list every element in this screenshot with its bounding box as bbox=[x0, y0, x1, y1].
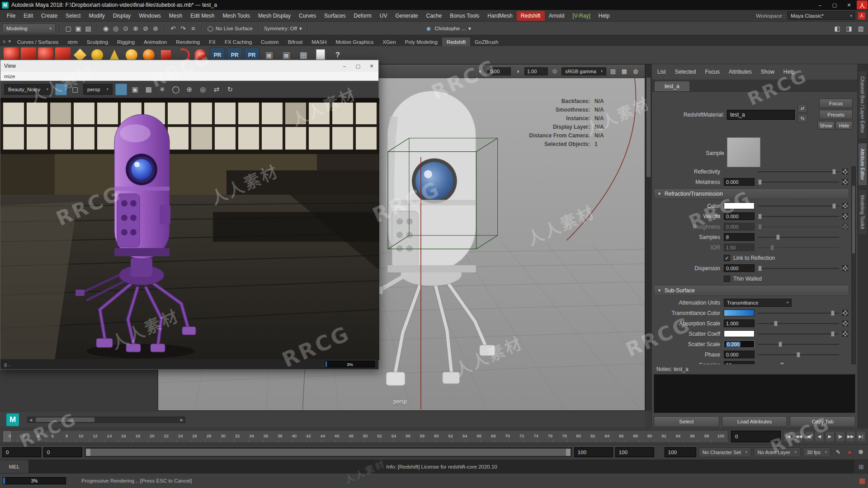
sidebar-tab[interactable]: Attribute Editor bbox=[858, 143, 867, 186]
slider[interactable] bbox=[758, 213, 839, 220]
texture-map-button[interactable] bbox=[842, 179, 848, 185]
snap-icon[interactable]: ⊙ bbox=[121, 23, 131, 33]
texture-map-button[interactable] bbox=[842, 213, 848, 219]
ae-menu-item[interactable]: Help bbox=[783, 69, 795, 75]
menu-item[interactable]: Deform bbox=[349, 11, 375, 21]
command-output[interactable]: Info: [Redshift] License for redshift-co… bbox=[29, 460, 854, 473]
notes-textarea[interactable] bbox=[654, 374, 855, 413]
panel-toggle-icon[interactable]: ◨ bbox=[844, 23, 854, 33]
playback-button[interactable]: |▶ bbox=[835, 431, 845, 442]
playback-button[interactable]: ▶| bbox=[856, 431, 866, 442]
swap-icon[interactable]: ⇄ bbox=[797, 104, 807, 113]
playback-button[interactable]: ◀ bbox=[815, 431, 824, 442]
ae-row-refraction-transmission[interactable]: ▼Refraction/Transmission bbox=[654, 188, 849, 199]
menu-item[interactable]: UV bbox=[376, 11, 392, 21]
viewport-scrollbar[interactable] bbox=[645, 64, 651, 411]
shelf-tab[interactable]: Bifrost bbox=[283, 38, 307, 46]
menu-item[interactable]: Modify bbox=[85, 11, 108, 21]
slider[interactable] bbox=[758, 361, 839, 364]
ae-footer-button[interactable]: Select bbox=[654, 416, 719, 427]
symmetry-dropdown[interactable]: Symmetry: Off ▾ bbox=[262, 25, 304, 32]
value-field[interactable]: 0.000 bbox=[724, 212, 755, 220]
menu-item[interactable]: Windows bbox=[135, 11, 165, 21]
slider[interactable] bbox=[758, 341, 839, 347]
slider[interactable] bbox=[758, 310, 839, 316]
shelf-tab[interactable]: MASH bbox=[307, 38, 331, 46]
copy-icon[interactable]: ⇆ bbox=[797, 114, 807, 122]
workspace-dropdown[interactable]: Maya Classic* ▾ bbox=[788, 11, 855, 20]
checkbox[interactable] bbox=[724, 276, 730, 282]
ae-footer-button[interactable]: Copy Tab bbox=[790, 416, 855, 427]
menu-item[interactable]: HardMesh bbox=[483, 11, 516, 21]
playback-button[interactable]: ▶ bbox=[825, 431, 835, 442]
render-view-toolbar-icon[interactable]: ◎ bbox=[198, 84, 208, 95]
anim-tool-icon[interactable]: ● bbox=[844, 447, 854, 457]
texture-map-button[interactable] bbox=[842, 331, 848, 337]
menu-item[interactable]: Edit Mesh bbox=[186, 11, 218, 21]
slider[interactable] bbox=[758, 202, 839, 209]
collapse-arrow-icon[interactable]: ▼ bbox=[657, 192, 661, 196]
checkbox[interactable]: ✓ bbox=[724, 255, 730, 261]
render-view-toolbar-icon[interactable]: ⊕ bbox=[184, 84, 195, 95]
hide-button[interactable]: Hide bbox=[835, 121, 853, 130]
playback-button[interactable]: ▶▶ bbox=[846, 431, 855, 442]
history-icon[interactable]: ≡ bbox=[188, 23, 198, 33]
shelf-tab[interactable]: Motion Graphics bbox=[331, 38, 378, 46]
minimize-button[interactable]: – bbox=[813, 0, 827, 10]
value-field[interactable]: 0.200 bbox=[724, 340, 755, 348]
shelf-menu-icon[interactable]: ≡ bbox=[3, 39, 5, 44]
snap-icon[interactable]: ⊘ bbox=[141, 23, 151, 33]
current-frame-field[interactable]: 0 bbox=[731, 431, 781, 442]
playback-button[interactable]: |◀ bbox=[783, 431, 793, 442]
shelf-tab[interactable]: Sculpting bbox=[82, 38, 113, 46]
color-swatch[interactable] bbox=[724, 310, 755, 316]
ae-menu-item[interactable]: List bbox=[657, 69, 666, 75]
ae-scrollbar[interactable] bbox=[851, 166, 856, 364]
show-button[interactable]: Show bbox=[817, 121, 835, 130]
texture-map-button[interactable] bbox=[842, 203, 848, 209]
snap-icon[interactable]: ◎ bbox=[111, 23, 121, 33]
scene-file-icon[interactable]: ▣ bbox=[73, 23, 83, 33]
attenuation-units-dropdown[interactable]: Transmittance▾ bbox=[724, 299, 792, 307]
scroll-thumb[interactable] bbox=[36, 418, 94, 422]
range-end-field[interactable]: 100 bbox=[615, 447, 654, 457]
menu-item[interactable]: Create bbox=[37, 11, 61, 21]
render-view-toolbar-icon[interactable]: ⇄ bbox=[211, 84, 222, 95]
range-slider[interactable] bbox=[85, 447, 572, 457]
render-view-toolbar-icon[interactable]: ◯ bbox=[170, 84, 181, 95]
menu-item[interactable]: Edit bbox=[19, 11, 37, 21]
menu-item[interactable]: Display bbox=[109, 11, 135, 21]
anim-dropdown[interactable]: No Anim Layer ▾ bbox=[754, 447, 801, 457]
exposure-field[interactable]: 0.00 bbox=[487, 67, 511, 75]
scene-file-icon[interactable]: ▤ bbox=[83, 23, 93, 33]
ae-menu-item[interactable]: Selected bbox=[675, 69, 696, 75]
snap-icon[interactable]: ◉ bbox=[101, 23, 111, 33]
menu-item[interactable]: [V-Ray] bbox=[568, 11, 594, 21]
shelf-tab[interactable]: GoZBrush bbox=[470, 38, 503, 46]
shelf-options-icon[interactable]: ▾ bbox=[8, 38, 11, 44]
shelf-tab[interactable]: XGen bbox=[378, 38, 400, 46]
shelf-tab[interactable]: Curves / Surfaces bbox=[13, 38, 63, 46]
live-surface-indicator[interactable]: ◯ No Live Surface bbox=[206, 25, 255, 32]
close-button[interactable]: ✕ bbox=[842, 0, 856, 10]
texture-map-button[interactable] bbox=[842, 310, 848, 316]
playback-button[interactable]: ◀| bbox=[804, 431, 814, 442]
view-transform-dropdown[interactable]: sRGB gamma ▾ bbox=[561, 67, 606, 75]
value-field[interactable]: 0.000 bbox=[724, 223, 755, 230]
grid-icon[interactable]: ▦ bbox=[859, 477, 865, 485]
scene-file-icon[interactable]: ▢ bbox=[63, 23, 73, 33]
slider[interactable] bbox=[758, 168, 839, 175]
script-editor-icon[interactable]: ⊞ bbox=[854, 460, 868, 473]
value-field[interactable]: 1.50 bbox=[724, 244, 755, 251]
slider[interactable] bbox=[758, 223, 839, 230]
material-name-field[interactable]: test_a bbox=[727, 110, 795, 120]
menu-item[interactable]: Arnold bbox=[545, 11, 569, 21]
shelf-tab[interactable]: Poly Modeling bbox=[401, 38, 442, 46]
menu-set-dropdown[interactable]: Modeling ▾ bbox=[2, 23, 56, 33]
slider[interactable] bbox=[758, 244, 839, 251]
shelf-tab[interactable]: Animation bbox=[139, 38, 171, 46]
viewport-toolbar-icon[interactable]: ▨ bbox=[609, 67, 618, 76]
shelf-tab[interactable]: Rendering bbox=[171, 38, 204, 46]
minimize-button[interactable]: – bbox=[338, 60, 351, 72]
render-view-toolbar-icon[interactable]: ▦ bbox=[143, 84, 154, 95]
